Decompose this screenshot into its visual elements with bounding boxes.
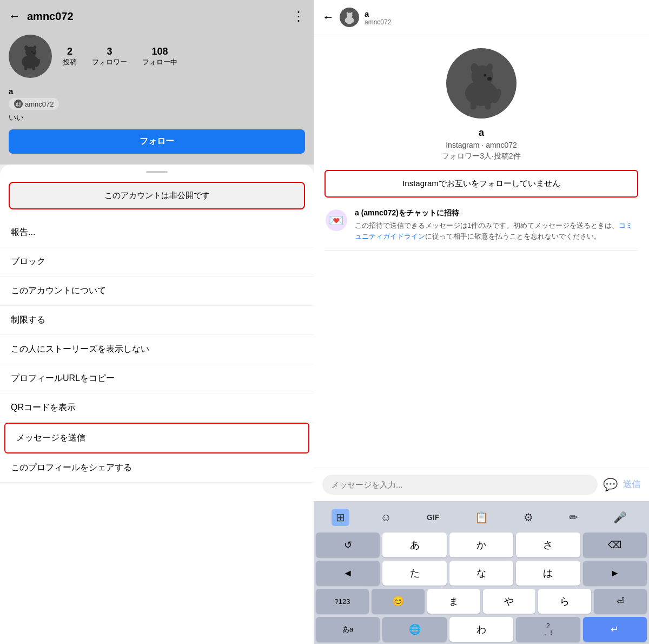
kb-gif-button[interactable]: GIF — [422, 511, 443, 524]
posts-count: 2 — [67, 46, 72, 57]
following-count: 108 — [151, 46, 168, 57]
svg-rect-17 — [471, 100, 476, 109]
kb-key-ha[interactable]: は — [516, 561, 580, 586]
menu-item-share-profile[interactable]: このプロフィールをシェアする — [0, 454, 314, 483]
followers-label: フォロワー — [92, 57, 127, 67]
invite-title: a (amnc072)をチャットに招待 — [355, 208, 638, 218]
sheet-handle — [146, 171, 168, 173]
kb-key-ra[interactable]: ら — [538, 589, 591, 614]
kb-settings-button[interactable]: ⚙ — [519, 509, 538, 526]
kb-key-newline[interactable]: ⏎ — [594, 589, 647, 614]
invite-desc-part1: この招待で送信できるメッセージは1件のみです。初めてメッセージを送るときは、 — [355, 221, 619, 229]
kb-key-ya[interactable]: や — [483, 589, 536, 614]
stat-followers: 3 フォロワー — [92, 46, 127, 67]
kb-key-right[interactable]: ► — [583, 561, 647, 586]
left-profile-section: ← amnc072 ⋮ — [0, 0, 314, 165]
bottom-sheet: このアカウントは非公開です 報告... ブロック このアカウントについて 制限す… — [0, 165, 314, 644]
kb-key-123[interactable]: ?123 — [316, 589, 369, 614]
menu-item-restrict[interactable]: 制限する — [0, 306, 314, 335]
right-header-username: amnc072 — [365, 18, 391, 26]
following-label: フォロー中 — [142, 57, 177, 67]
private-account-banner: このアカウントは非公開です — [9, 182, 305, 209]
invite-text: a (amnc072)をチャットに招待 この招待で送信できるメッセージは1件のみ… — [355, 208, 638, 241]
send-button[interactable]: 送信 — [623, 479, 640, 490]
kb-key-undo[interactable]: ↺ — [316, 533, 380, 557]
kb-key-a[interactable]: あ — [382, 533, 446, 557]
menu-item-send-message[interactable]: メッセージを送信 — [4, 423, 309, 454]
threads-handle: amnc072 — [25, 100, 54, 108]
svg-point-20 — [487, 77, 492, 81]
not-following-banner: Instagramでお互いをフォローしていません — [325, 170, 638, 198]
chat-invite-section: 💌 a (amnc072)をチャットに招待 この招待で送信できるメッセージは1件… — [325, 208, 638, 251]
svg-point-21 — [484, 74, 486, 77]
kb-mic-button[interactable]: 🎤 — [609, 509, 631, 526]
posts-label: 投稿 — [63, 57, 77, 67]
kb-clipboard-button[interactable]: 📋 — [471, 509, 493, 526]
threads-icon: @ — [14, 100, 23, 108]
header-left-group: ← amnc072 — [9, 9, 74, 23]
menu-item-block[interactable]: ブロック — [0, 247, 314, 277]
menu-item-qr[interactable]: QRコードを表示 — [0, 393, 314, 423]
kb-key-na[interactable]: な — [449, 561, 513, 586]
right-content: a Instagram · amnc072 フォロワー3人·投稿2件 Insta… — [314, 35, 649, 468]
kb-sticker-button[interactable]: ☺ — [376, 509, 395, 526]
svg-rect-4 — [24, 65, 28, 70]
invite-description: この招待で送信できるメッセージは1件のみです。初めてメッセージを送るときは、コミ… — [355, 220, 638, 241]
kb-key-emoji[interactable]: 😊 — [372, 589, 425, 614]
kb-key-ma[interactable]: ま — [427, 589, 480, 614]
emoji-button[interactable]: 💬 — [603, 478, 618, 492]
kb-key-enter[interactable]: ↵ — [583, 617, 647, 642]
kb-row-4: あa 🌐 わ ?。! ↵ — [316, 617, 647, 642]
menu-item-report[interactable]: 報告... — [0, 218, 314, 247]
kb-key-sa[interactable]: さ — [516, 533, 580, 557]
kb-attach-button[interactable]: ✏ — [565, 509, 582, 526]
profile-display-name: a — [9, 87, 305, 96]
followers-count: 3 — [107, 46, 112, 57]
left-header: ← amnc072 ⋮ — [9, 9, 305, 24]
menu-item-hide-stories[interactable]: この人にストーリーズを表示しない — [0, 335, 314, 364]
header-username: amnc072 — [27, 10, 74, 23]
keyboard-toolbar: ⊞ ☺ GIF 📋 ⚙ ✏ 🎤 — [316, 505, 647, 529]
left-panel: ← amnc072 ⋮ — [0, 0, 314, 644]
more-options-button[interactable]: ⋮ — [292, 9, 305, 24]
kb-key-punct[interactable]: ?。! — [516, 617, 580, 642]
message-input[interactable] — [322, 475, 598, 495]
kb-key-left[interactable]: ◄ — [316, 561, 380, 586]
stats-row: 2 投稿 3 フォロワー 108 フォロー中 — [63, 46, 177, 67]
right-header: ← a amnc072 — [314, 0, 649, 35]
kb-key-wa[interactable]: わ — [449, 617, 513, 642]
stat-following: 108 フォロー中 — [142, 46, 177, 67]
kb-key-globe[interactable]: 🌐 — [382, 617, 446, 642]
right-panel: ← a amnc072 — [314, 0, 649, 644]
right-avatar — [340, 8, 359, 27]
kb-row-3: ?123 😊 ま や ら ⏎ — [316, 589, 647, 614]
right-profile-name: a — [479, 127, 484, 139]
svg-rect-5 — [32, 65, 35, 70]
profile-section: 2 投稿 3 フォロワー 108 フォロー中 — [9, 35, 305, 78]
kb-key-backspace[interactable]: ⌫ — [583, 533, 647, 557]
right-back-button[interactable]: ← — [322, 10, 334, 24]
right-header-info: a amnc072 — [365, 9, 391, 26]
right-header-name: a — [365, 9, 391, 18]
keyboard-rows: ↺ あ か さ ⌫ ◄ た な は ► ?123 😊 ま や ら ⏎ — [316, 533, 647, 642]
big-avatar — [446, 48, 516, 119]
keyboard: ⊞ ☺ GIF 📋 ⚙ ✏ 🎤 ↺ あ か さ ⌫ ◄ た な は — [314, 501, 649, 644]
kb-key-ta[interactable]: た — [382, 561, 446, 586]
invite-icon: 💌 — [325, 208, 348, 232]
kb-row-1: ↺ あ か さ ⌫ — [316, 533, 647, 557]
kb-row-2: ◄ た な は ► — [316, 561, 647, 586]
invite-desc-part2: に従って相手に敬意を払うことを忘れないでください。 — [425, 232, 601, 240]
follow-button[interactable]: フォロー — [9, 129, 305, 154]
message-input-area: 💬 送信 — [314, 468, 649, 501]
kb-key-ka[interactable]: か — [449, 533, 513, 557]
instagram-info: Instagram · amnc072 — [446, 141, 517, 149]
svg-text:💌: 💌 — [329, 213, 344, 228]
menu-item-about[interactable]: このアカウントについて — [0, 277, 314, 306]
menu-item-copy-url[interactable]: プロフィールURLをコピー — [0, 364, 314, 393]
kb-apps-button[interactable]: ⊞ — [332, 509, 349, 526]
menu-list: 報告... ブロック このアカウントについて 制限する この人にストーリーズを表… — [0, 218, 314, 483]
kb-key-switch[interactable]: あa — [316, 617, 380, 642]
svg-rect-18 — [485, 100, 491, 109]
back-button[interactable]: ← — [9, 9, 21, 23]
svg-point-7 — [32, 52, 35, 54]
